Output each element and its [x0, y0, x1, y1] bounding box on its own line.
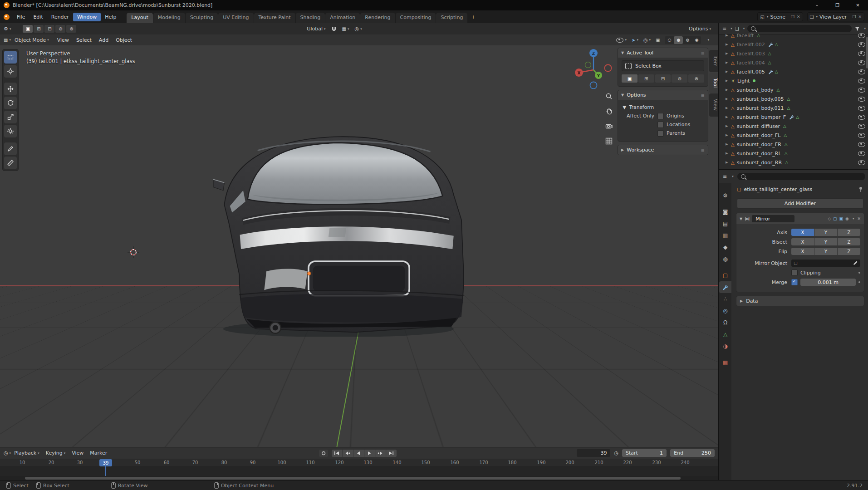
move-tool[interactable] [4, 83, 17, 95]
animate-dot-icon[interactable] [858, 281, 860, 283]
annotate-tool[interactable] [4, 142, 17, 155]
snap-toggle[interactable] [331, 26, 337, 32]
toggle-ortho-button[interactable] [603, 136, 614, 147]
outliner-item[interactable]: ▶△sunburst_body.011△ [719, 103, 868, 113]
expand-arrow-icon[interactable]: ▶ [726, 61, 731, 64]
timeline-ruler[interactable]: 10 20 30 40 50 60 70 80 90 100 110 120 1… [0, 459, 718, 476]
current-frame-field[interactable]: 39 [577, 449, 610, 457]
shading-dropdown-icon[interactable]: ▾ [707, 38, 709, 42]
car-model[interactable] [213, 128, 464, 337]
blender-menu-icon[interactable] [4, 14, 10, 20]
shading-material-button[interactable]: ◍ [683, 36, 692, 44]
outliner-item[interactable]: ▶△facelift△ [719, 31, 868, 40]
view-layer-properties-tab[interactable]: ▥ [719, 230, 731, 241]
expand-arrow-icon[interactable]: ▶ [726, 97, 731, 101]
tab-layout[interactable]: Layout [127, 13, 152, 23]
close-button[interactable]: ✕ [848, 0, 868, 10]
particles-properties-tab[interactable]: ∴ [719, 293, 731, 305]
auto-keying-icon[interactable]: ◷ [614, 450, 618, 456]
hide-eye-icon[interactable] [858, 151, 865, 156]
outliner-search-input[interactable] [747, 25, 852, 32]
mode-subtract-button[interactable]: ⊟ [655, 74, 671, 83]
expand-arrow-icon[interactable]: ▶ [726, 142, 731, 146]
menu-add[interactable]: Add [95, 37, 112, 43]
flip-y-button[interactable]: Y [814, 248, 837, 255]
mode-set-button[interactable]: ▣ [622, 74, 638, 83]
measure-tool[interactable] [4, 157, 17, 169]
object-data-properties-tab[interactable]: △ [719, 328, 731, 340]
modifier-name-field[interactable]: Mirror [752, 215, 794, 222]
tab-rendering[interactable]: Rendering [360, 13, 395, 23]
scene-properties-tab[interactable]: ◆ [719, 241, 731, 253]
flip-z-button[interactable]: Z [838, 248, 860, 255]
view-layer-selector[interactable]: ❏▾ View Layer ❐ ✕ [807, 12, 864, 21]
bisect-z-button[interactable]: Z [838, 238, 860, 245]
merge-threshold-field[interactable]: 0.001 m [800, 279, 856, 286]
hide-eye-icon[interactable] [858, 60, 865, 65]
bisect-x-button[interactable]: X [791, 238, 814, 245]
editor-type-icon[interactable]: ◷ [4, 450, 8, 456]
material-properties-tab[interactable]: ◑ [719, 340, 731, 352]
play-reverse-button[interactable] [353, 450, 364, 457]
outliner-item[interactable]: ▶△sunburst_body△ [719, 85, 868, 94]
show-in-render-toggle[interactable]: ◉ [845, 216, 849, 221]
outliner-item[interactable]: ▶△sunburst_door_RR△ [719, 158, 868, 167]
modifier-properties-tab[interactable] [719, 281, 731, 293]
outliner-item[interactable]: ▶△sunburst_bumper_F△ [719, 113, 868, 122]
select-mode-extend[interactable]: ⊞ [34, 25, 44, 33]
active-tool-panel-header[interactable]: ▼ Active Tool ≣ [618, 48, 708, 58]
panel-grip-icon[interactable]: ≣ [701, 50, 705, 55]
new-scene-icon[interactable]: ❐ [791, 15, 794, 19]
active-tool-button[interactable]: Select Box [622, 60, 704, 71]
cursor-tool[interactable] [4, 65, 17, 78]
zoom-button[interactable] [603, 91, 614, 102]
3d-viewport[interactable]: User Perspective (39) tail.001 | etkss_t… [0, 45, 718, 447]
unlink-scene-icon[interactable]: ✕ [797, 15, 800, 19]
mode-invert-button[interactable]: ⊘ [672, 74, 687, 83]
outliner-item[interactable]: ▶△sunburst_door_FL△ [719, 131, 868, 140]
select-mode-intersect[interactable]: ⊗ [66, 25, 76, 33]
expand-arrow-icon[interactable]: ▶ [726, 161, 731, 164]
visibility-dropdown[interactable]: ▾ [616, 38, 627, 43]
transform-tool[interactable] [4, 125, 17, 137]
outliner-item[interactable]: ▶△sunburst_door_RL△ [719, 149, 868, 158]
sidebar-tab-item[interactable]: Item [709, 50, 718, 72]
menu-edit[interactable]: Edit [29, 13, 47, 21]
view-menu[interactable]: View [69, 450, 87, 456]
select-mode-invert[interactable]: ⊘ [55, 25, 65, 33]
mode-intersect-button[interactable]: ⊗ [688, 74, 704, 83]
constraints-properties-tab[interactable]: Ω [719, 317, 731, 328]
outliner-scrollbar[interactable] [866, 37, 868, 69]
clipping-checkbox[interactable] [791, 270, 798, 276]
object-properties-tab[interactable]: ▢ [719, 270, 731, 281]
filter-icon[interactable] [854, 26, 860, 31]
expand-arrow-icon[interactable]: ▶ [726, 124, 731, 128]
output-properties-tab[interactable]: ▤ [719, 218, 731, 230]
tab-shading[interactable]: Shading [296, 13, 325, 23]
menu-object[interactable]: Object [112, 37, 136, 43]
camera-view-button[interactable] [603, 121, 614, 132]
hide-eye-icon[interactable] [858, 88, 865, 93]
panel-grip-icon[interactable]: ≣ [701, 147, 705, 152]
tab-sculpting[interactable]: Sculpting [186, 13, 218, 23]
hide-eye-icon[interactable] [858, 33, 865, 38]
active-tool-icon[interactable]: ⚙ [4, 26, 8, 32]
outliner-item[interactable]: ▶△sunburst_body.005△ [719, 94, 868, 103]
select-box-tool[interactable] [4, 51, 17, 64]
expand-arrow-icon[interactable]: ▶ [726, 152, 731, 155]
minimize-button[interactable]: – [807, 0, 827, 10]
scene-selector[interactable]: ◱▾ Scene ❐ ✕ [757, 12, 803, 21]
editor-type-icon[interactable]: ≡ [723, 174, 727, 180]
tab-animation[interactable]: Animation [325, 13, 360, 23]
playhead-badge[interactable]: 39 [99, 459, 112, 466]
modifier-extras-icon[interactable]: ▾ [853, 217, 854, 220]
hide-eye-icon[interactable] [858, 106, 865, 111]
hide-eye-icon[interactable] [858, 51, 865, 56]
modifier-panel-header[interactable]: ▼ ⋈ Mirror ◇ ▢ ▣ ◉ ▾ ✕ [736, 213, 864, 224]
outliner-item[interactable]: ▶△facelift.004△ [719, 58, 868, 67]
hide-eye-icon[interactable] [858, 142, 865, 147]
menu-file[interactable]: File [13, 13, 29, 21]
timeline-scrollbar-thumb[interactable] [25, 477, 681, 480]
tab-uv-editing[interactable]: UV Editing [218, 13, 253, 23]
properties-search-input[interactable] [737, 173, 865, 180]
